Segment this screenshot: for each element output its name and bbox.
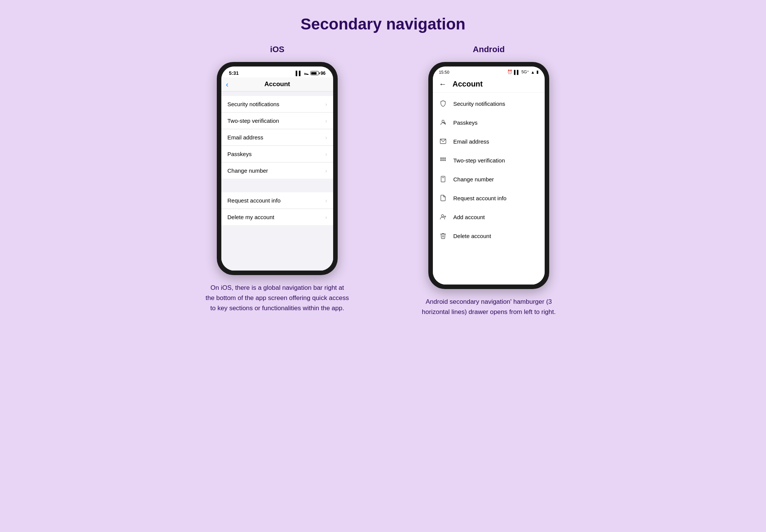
ios-bottom-space bbox=[221, 225, 333, 271]
ios-battery-fill bbox=[311, 72, 317, 74]
ios-wifi-icon: ⌳ bbox=[304, 71, 309, 76]
ios-item-security-notifications[interactable]: Security notifications › bbox=[221, 96, 333, 113]
ios-chevron-icon: › bbox=[325, 198, 327, 204]
android-trash-icon bbox=[439, 232, 447, 240]
android-item-label: Request account info bbox=[453, 195, 507, 201]
android-document-icon bbox=[439, 194, 447, 202]
ios-status-bar: 5:31 ▌▌ ⌳ 96 bbox=[221, 66, 333, 77]
ios-time: 5:31 bbox=[229, 70, 239, 76]
android-two-step-icon bbox=[439, 156, 447, 164]
ios-chevron-icon: › bbox=[325, 101, 327, 107]
ios-item-request-info[interactable]: Request account info › bbox=[221, 192, 333, 209]
android-phone-screen: 15:50 ⏰ ▌▌ 5G⁺ ▲ ▮ ← Account bbox=[433, 66, 545, 285]
android-back-button[interactable]: ← bbox=[439, 80, 446, 88]
svg-point-8 bbox=[445, 160, 446, 161]
android-alarm-icon: ⏰ bbox=[507, 70, 513, 74]
android-item-request-info[interactable]: Request account info bbox=[433, 189, 545, 207]
svg-rect-9 bbox=[441, 176, 445, 182]
ios-item-label: Email address bbox=[227, 134, 263, 141]
android-nav-title: Account bbox=[452, 80, 483, 88]
svg-point-7 bbox=[443, 160, 444, 161]
ios-column: iOS 5:31 ▌▌ ⌳ 96 bbox=[187, 45, 368, 314]
android-add-person-icon bbox=[439, 213, 447, 221]
ios-item-label: Two-step verification bbox=[227, 118, 279, 124]
ios-nav-title: Account bbox=[264, 80, 290, 88]
ios-item-change-number[interactable]: Change number › bbox=[221, 162, 333, 179]
svg-point-5 bbox=[445, 158, 446, 159]
ios-item-label: Security notifications bbox=[227, 101, 280, 107]
android-label: Android bbox=[473, 45, 505, 54]
android-email-icon bbox=[439, 137, 447, 145]
android-item-label: Email address bbox=[453, 138, 489, 145]
android-item-add-account[interactable]: Add account bbox=[433, 207, 545, 226]
ios-phone-shell: 5:31 ▌▌ ⌳ 96 ‹ Account bbox=[217, 62, 338, 275]
android-item-two-step[interactable]: Two-step verification bbox=[433, 151, 545, 170]
android-phone-icon bbox=[439, 175, 447, 183]
svg-point-11 bbox=[442, 215, 444, 217]
ios-chevron-icon: › bbox=[325, 135, 327, 141]
ios-item-label: Change number bbox=[227, 167, 268, 174]
android-signal-icon: ▌▌ bbox=[514, 70, 520, 74]
svg-point-3 bbox=[440, 158, 442, 159]
ios-chevron-icon: › bbox=[325, 118, 327, 124]
android-status-bar: 15:50 ⏰ ▌▌ 5G⁺ ▲ ▮ bbox=[433, 66, 545, 76]
ios-label: iOS bbox=[270, 45, 284, 54]
ios-description: On iOS, there is a global navigation bar… bbox=[205, 283, 349, 314]
ios-screen-body: Security notifications › Two-step verifi… bbox=[221, 91, 333, 271]
ios-chevron-icon: › bbox=[325, 214, 327, 220]
android-item-email[interactable]: Email address bbox=[433, 132, 545, 151]
ios-list-separator bbox=[221, 179, 333, 188]
android-item-label: Two-step verification bbox=[453, 157, 505, 164]
svg-point-4 bbox=[443, 158, 444, 159]
android-wifi-icon: ▲ bbox=[531, 70, 535, 74]
ios-item-label: Delete my account bbox=[227, 214, 274, 220]
android-item-security-notifications[interactable]: Security notifications bbox=[433, 94, 545, 113]
android-passkeys-icon bbox=[439, 118, 447, 127]
ios-status-icons: ▌▌ ⌳ 96 bbox=[296, 71, 326, 76]
svg-point-0 bbox=[442, 120, 444, 122]
android-description: Android secondary navigation' hamburger … bbox=[417, 297, 561, 317]
ios-nav-bar: ‹ Account bbox=[221, 77, 333, 91]
platforms-row: iOS 5:31 ▌▌ ⌳ 96 bbox=[156, 45, 610, 317]
android-shield-icon bbox=[439, 99, 447, 108]
android-item-label: Passkeys bbox=[453, 119, 477, 126]
ios-battery-icon bbox=[310, 71, 319, 75]
android-time: 15:50 bbox=[439, 70, 449, 74]
svg-point-6 bbox=[440, 160, 442, 161]
ios-list-group-2: Request account info › Delete my account… bbox=[221, 192, 333, 225]
ios-battery-pct: 96 bbox=[321, 71, 326, 76]
ios-chevron-icon: › bbox=[325, 168, 327, 174]
android-item-label: Change number bbox=[453, 176, 494, 182]
android-column: Android 15:50 ⏰ ▌▌ 5G⁺ ▲ ▮ bbox=[398, 45, 579, 317]
ios-item-label: Request account info bbox=[227, 197, 281, 204]
android-status-icons: ⏰ ▌▌ 5G⁺ ▲ ▮ bbox=[507, 70, 539, 74]
ios-item-two-step[interactable]: Two-step verification › bbox=[221, 113, 333, 129]
android-item-passkeys[interactable]: Passkeys bbox=[433, 113, 545, 132]
android-item-label: Add account bbox=[453, 214, 485, 220]
android-item-label: Delete account bbox=[453, 233, 491, 239]
ios-list-group-1: Security notifications › Two-step verifi… bbox=[221, 96, 333, 179]
android-network-icon: 5G⁺ bbox=[521, 70, 529, 74]
page-container: Secondary navigation iOS 5:31 ▌▌ ⌳ bbox=[156, 15, 610, 317]
ios-chevron-icon: › bbox=[325, 151, 327, 157]
ios-item-label: Passkeys bbox=[227, 151, 252, 157]
ios-back-button[interactable]: ‹ bbox=[226, 80, 229, 89]
android-nav-bar: ← Account bbox=[433, 76, 545, 93]
android-phone-shell: 15:50 ⏰ ▌▌ 5G⁺ ▲ ▮ ← Account bbox=[428, 62, 549, 289]
android-item-label: Security notifications bbox=[453, 101, 505, 107]
android-item-delete-account[interactable]: Delete account bbox=[433, 226, 545, 245]
ios-phone-screen: 5:31 ▌▌ ⌳ 96 ‹ Account bbox=[221, 66, 333, 271]
android-item-change-number[interactable]: Change number bbox=[433, 170, 545, 189]
android-bottom-space bbox=[433, 245, 545, 283]
ios-item-passkeys[interactable]: Passkeys › bbox=[221, 146, 333, 162]
android-battery-icon: ▮ bbox=[536, 70, 539, 74]
ios-item-delete-account[interactable]: Delete my account › bbox=[221, 209, 333, 225]
page-title: Secondary navigation bbox=[301, 15, 465, 33]
ios-item-email[interactable]: Email address › bbox=[221, 129, 333, 146]
ios-signal-icon: ▌▌ bbox=[296, 71, 302, 76]
android-list: Security notifications Passkeys bbox=[433, 93, 545, 285]
